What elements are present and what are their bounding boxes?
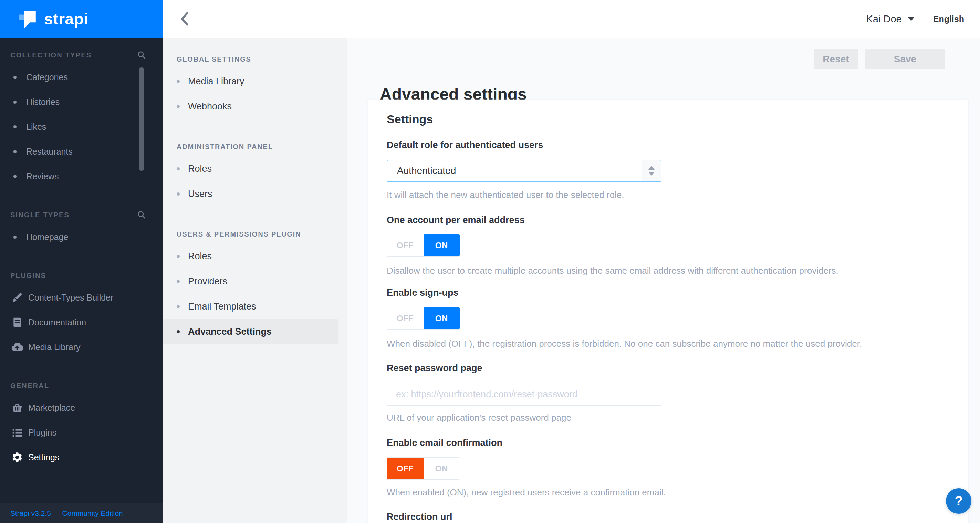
reset-button[interactable]: Reset xyxy=(814,49,858,69)
strapi-logo-icon xyxy=(18,9,38,29)
stepper-up-icon xyxy=(648,166,655,170)
bullet-icon xyxy=(177,255,180,258)
top-bar: Kai Doe English xyxy=(162,0,980,38)
help-button[interactable]: ? xyxy=(946,488,971,514)
email-confirmation-toggle[interactable]: OFF ON xyxy=(387,457,460,480)
sidebar-item-histories[interactable]: Histories xyxy=(0,89,162,114)
sidebar-item-categories[interactable]: Categories xyxy=(0,65,162,89)
list-icon xyxy=(10,426,24,439)
bullet-icon xyxy=(13,235,16,238)
administration-panel-header: ADMINISTRATION PANEL xyxy=(162,137,347,156)
settings-nav-up-roles[interactable]: Roles xyxy=(162,244,347,269)
settings-nav-media-library[interactable]: Media Library xyxy=(162,69,347,94)
enable-signups-help: When disabled (OFF), the registration pr… xyxy=(387,339,862,349)
sidebar-item-reviews[interactable]: Reviews xyxy=(0,164,162,189)
bullet-icon xyxy=(13,175,16,178)
single-types-header: SINGLE TYPES xyxy=(0,205,162,224)
bullet-icon xyxy=(13,76,16,79)
save-button[interactable]: Save xyxy=(865,49,945,69)
sidebar-item-documentation[interactable]: Documentation xyxy=(0,310,162,335)
email-confirmation-toggle-off[interactable]: OFF xyxy=(387,458,423,479)
strapi-logo[interactable]: strapi xyxy=(0,0,162,38)
default-role-select[interactable]: Authenticated xyxy=(387,160,662,182)
bullet-icon xyxy=(13,100,16,103)
bullet-icon xyxy=(13,150,16,153)
bullet-icon xyxy=(177,280,180,283)
sidebar-item-content-types-builder[interactable]: Content-Types Builder xyxy=(0,285,162,310)
strapi-admin-app: strapi COLLECTION TYPES Categories Histo… xyxy=(0,0,980,523)
sidebar-item-plugins[interactable]: Plugins xyxy=(0,420,162,445)
sidebar-item-marketplace[interactable]: Marketplace xyxy=(0,395,162,420)
logo-wordmark: strapi xyxy=(44,10,88,28)
sidebar-item-likes[interactable]: Likes xyxy=(0,114,162,139)
one-account-toggle[interactable]: OFF ON xyxy=(387,234,460,256)
settings-nav-admin-users[interactable]: Users xyxy=(162,181,347,207)
bullet-icon xyxy=(177,80,180,83)
users-permissions-header: USERS & PERMISSIONS PLUGIN xyxy=(162,224,347,244)
bullet-icon xyxy=(177,192,180,196)
book-icon xyxy=(10,315,24,329)
caret-down-icon[interactable] xyxy=(908,17,914,21)
email-confirmation-label: Enable email confirmation xyxy=(387,438,503,448)
reset-password-label: Reset password page xyxy=(387,363,482,374)
language-selector[interactable]: English xyxy=(933,14,964,24)
cloud-upload-icon xyxy=(10,340,24,354)
sidebar-item-homepage[interactable]: Homepage xyxy=(0,224,162,249)
settings-nav-advanced-settings[interactable]: Advanced Settings xyxy=(162,319,338,344)
default-role-value: Authenticated xyxy=(387,165,642,176)
email-confirmation-toggle-on[interactable]: ON xyxy=(423,458,460,479)
reset-password-input[interactable] xyxy=(387,383,662,405)
main-sidebar: strapi COLLECTION TYPES Categories Histo… xyxy=(0,0,162,523)
paintbrush-icon xyxy=(10,291,24,304)
question-mark-icon: ? xyxy=(955,494,963,509)
settings-card: Settings Default role for authenticated … xyxy=(368,100,968,523)
stepper-down-icon xyxy=(648,172,655,176)
settings-nav-admin-roles[interactable]: Roles xyxy=(162,156,347,181)
enable-signups-toggle-on[interactable]: ON xyxy=(423,307,460,329)
search-icon[interactable] xyxy=(137,210,146,219)
gear-icon xyxy=(10,450,24,464)
bullet-icon xyxy=(177,330,180,333)
back-button[interactable] xyxy=(162,0,207,38)
sidebar-item-settings[interactable]: Settings xyxy=(0,445,162,470)
reset-password-help: URL of your application's reset password… xyxy=(387,412,571,423)
one-account-help: Disallow the user to create multiple acc… xyxy=(387,265,838,276)
sidebar-item-media-library[interactable]: Media Library xyxy=(0,335,162,359)
sidebar-scrollbar-thumb[interactable] xyxy=(139,67,144,171)
global-settings-header: GLOBAL SETTINGS xyxy=(162,49,347,69)
settings-sidebar: GLOBAL SETTINGS Media Library Webhooks A… xyxy=(162,38,347,523)
chevron-left-icon xyxy=(180,12,190,26)
enable-signups-toggle[interactable]: OFF ON xyxy=(387,307,460,329)
section-title: Settings xyxy=(387,113,433,126)
user-area: Kai Doe English xyxy=(866,0,980,38)
email-confirmation-help: When enabled (ON), new registred users r… xyxy=(387,487,666,498)
plugins-header: PLUGINS xyxy=(0,266,162,285)
one-account-label: One account per email address xyxy=(387,215,525,226)
search-icon[interactable] xyxy=(137,51,146,60)
sidebar-footer: Strapi v3.2.5 — Community Edition xyxy=(0,503,162,523)
redirection-url-label: Redirection url xyxy=(387,512,452,522)
user-menu[interactable]: Kai Doe xyxy=(866,13,902,25)
default-role-label: Default role for authenticated users xyxy=(387,140,543,151)
one-account-toggle-off[interactable]: OFF xyxy=(387,234,423,256)
bullet-icon xyxy=(177,167,180,170)
main-content: Advanced settings Reset Save Settings De… xyxy=(347,38,980,523)
bullet-icon xyxy=(177,305,180,308)
settings-nav-email-templates[interactable]: Email Templates xyxy=(162,294,347,319)
settings-nav-providers[interactable]: Providers xyxy=(162,269,347,294)
basket-icon xyxy=(10,401,24,415)
bullet-icon xyxy=(177,105,180,108)
default-role-help: It will attach the new authenticated use… xyxy=(387,190,624,200)
sidebar-item-restaurants[interactable]: Restaurants xyxy=(0,139,162,164)
collection-types-header: COLLECTION TYPES xyxy=(0,45,162,65)
strapi-version-link[interactable]: Strapi v3.2.5 — Community Edition xyxy=(10,509,123,518)
general-header: GENERAL xyxy=(0,376,162,395)
bullet-icon xyxy=(13,125,16,129)
one-account-toggle-on[interactable]: ON xyxy=(423,234,460,256)
enable-signups-label: Enable sign-ups xyxy=(387,288,459,298)
settings-nav-webhooks[interactable]: Webhooks xyxy=(162,94,347,119)
up-down-stepper-icon[interactable] xyxy=(642,161,661,181)
enable-signups-toggle-off[interactable]: OFF xyxy=(387,307,423,329)
